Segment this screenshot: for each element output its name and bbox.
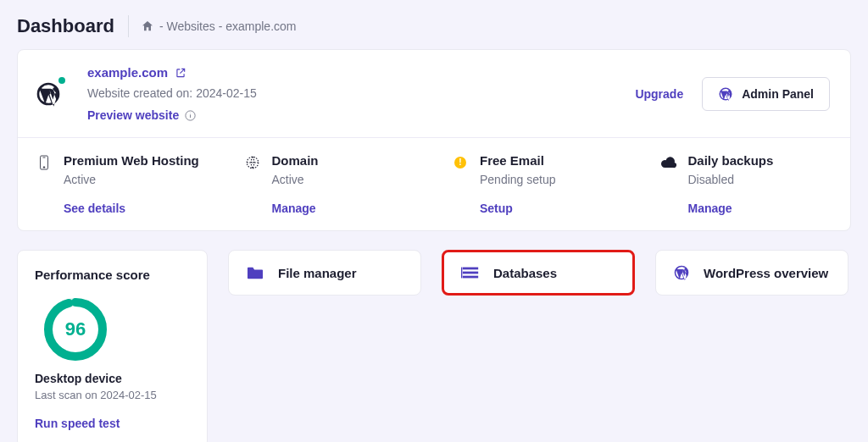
globe-icon <box>245 155 260 170</box>
site-avatar <box>33 79 64 109</box>
last-scan-text: Last scan on 2024-02-15 <box>35 389 190 401</box>
setup-email-link[interactable]: Setup <box>480 202 556 215</box>
site-name-link[interactable]: example.com <box>87 65 257 80</box>
folder-icon <box>246 265 264 280</box>
breadcrumb-text: - Websites - example.com <box>159 19 297 33</box>
site-created-text: Website created on: 2024-02-15 <box>87 86 257 100</box>
databases-card[interactable]: Databases <box>442 250 635 296</box>
performance-card: Performance score 96 Desktop device Last… <box>17 250 208 442</box>
database-icon <box>461 265 480 280</box>
run-speed-test-link[interactable]: Run speed test <box>35 417 190 430</box>
wordpress-icon <box>718 86 733 102</box>
status-domain: Domain Active Manage <box>226 138 435 230</box>
svg-point-5 <box>43 167 45 169</box>
external-link-icon <box>175 67 186 79</box>
status-sub: Active <box>64 173 199 186</box>
page-title: Dashboard <box>17 15 129 37</box>
see-details-link[interactable]: See details <box>64 202 199 215</box>
performance-score-value: 96 <box>42 296 109 363</box>
wordpress-icon <box>673 264 690 281</box>
status-title: Daily backups <box>688 153 774 168</box>
cards-row: Performance score 96 Desktop device Last… <box>0 250 868 442</box>
info-icon <box>184 109 197 122</box>
upgrade-link[interactable]: Upgrade <box>635 87 683 101</box>
breadcrumb[interactable]: - Websites - example.com <box>141 19 297 33</box>
site-meta: example.com Website created on: 2024-02-… <box>87 65 257 122</box>
status-row: Premium Web Hosting Active See details D… <box>18 137 850 230</box>
databases-label: Databases <box>493 266 557 280</box>
manage-backup-link[interactable]: Manage <box>688 202 774 215</box>
site-card: example.com Website created on: 2024-02-… <box>17 49 851 231</box>
wordpress-overview-label: WordPress overview <box>704 266 828 280</box>
status-title: Domain <box>272 153 319 168</box>
status-sub: Active <box>272 173 319 186</box>
svg-rect-9 <box>463 268 478 270</box>
svg-rect-11 <box>463 276 478 279</box>
preview-website-link[interactable]: Preview website <box>87 108 257 122</box>
svg-rect-10 <box>463 272 478 274</box>
svg-rect-12 <box>461 268 462 279</box>
home-icon <box>141 19 154 33</box>
status-title: Free Email <box>480 153 556 168</box>
site-name-text: example.com <box>87 65 168 80</box>
gauge: 96 <box>42 296 190 363</box>
warning-icon <box>453 155 468 170</box>
status-backup: Daily backups Disabled Manage <box>643 138 851 230</box>
status-hosting: Premium Web Hosting Active See details <box>18 138 226 230</box>
site-summary: example.com Website created on: 2024-02-… <box>18 50 850 137</box>
preview-label: Preview website <box>87 108 179 122</box>
file-manager-label: File manager <box>278 266 357 280</box>
site-actions: Upgrade Admin Panel <box>635 77 830 111</box>
status-sub: Disabled <box>688 173 774 186</box>
device-label: Desktop device <box>35 372 190 385</box>
file-manager-card[interactable]: File manager <box>228 250 421 296</box>
admin-panel-button[interactable]: Admin Panel <box>702 77 830 111</box>
status-email: Free Email Pending setup Setup <box>434 138 643 230</box>
admin-panel-label: Admin Panel <box>742 87 814 101</box>
status-sub: Pending setup <box>480 173 556 186</box>
status-dot-icon <box>57 75 67 86</box>
status-title: Premium Web Hosting <box>64 153 199 168</box>
performance-title: Performance score <box>35 268 190 282</box>
phone-icon <box>36 155 52 170</box>
cloud-icon <box>661 155 676 170</box>
header: Dashboard - Websites - example.com <box>0 0 868 49</box>
wordpress-overview-card[interactable]: WordPress overview <box>655 250 849 296</box>
manage-domain-link[interactable]: Manage <box>272 202 319 215</box>
